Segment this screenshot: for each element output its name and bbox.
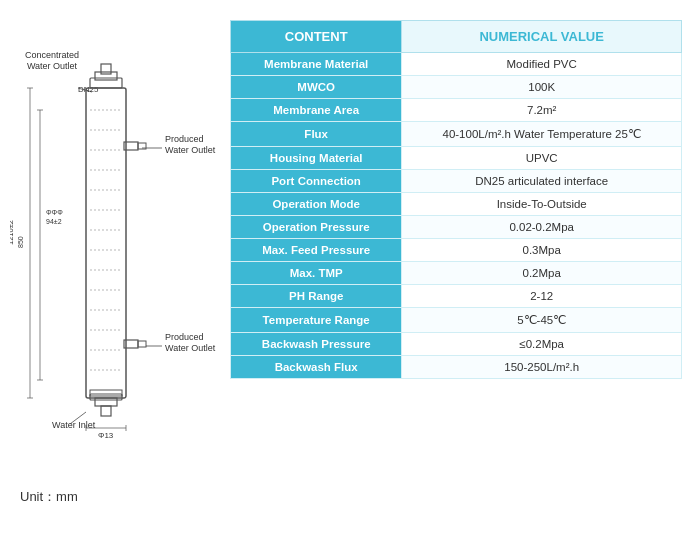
svg-text:ΦΦΦ: ΦΦΦ [46, 209, 63, 216]
table-row: Backwash Flux150-250L/m².h [231, 356, 682, 379]
cell-value: 0.02-0.2Mpa [402, 216, 682, 239]
specs-table: CONTENT NUMERICAL VALUE Membrane Materia… [230, 20, 682, 379]
svg-text:Produced: Produced [165, 134, 204, 144]
table-row: Housing MaterialUPVC [231, 147, 682, 170]
cell-content: Flux [231, 122, 402, 147]
svg-rect-32 [95, 398, 117, 406]
svg-rect-28 [138, 341, 146, 347]
col-header-value: NUMERICAL VALUE [402, 21, 682, 53]
svg-rect-10 [86, 88, 126, 398]
cell-content: Membrane Material [231, 53, 402, 76]
svg-text:DN25: DN25 [78, 85, 99, 94]
cell-value: 5℃-45℃ [402, 308, 682, 333]
cell-value: 2-12 [402, 285, 682, 308]
cell-content: Membrane Area [231, 99, 402, 122]
cell-value: 0.2Mpa [402, 262, 682, 285]
cell-content: MWCO [231, 76, 402, 99]
table-row: Flux40-100L/m².h Water Temperature 25℃ [231, 122, 682, 147]
table-row: Operation ModeInside-To-Outside [231, 193, 682, 216]
cell-value: UPVC [402, 147, 682, 170]
cell-value: 0.3Mpa [402, 239, 682, 262]
table-row: Temperature Range5℃-45℃ [231, 308, 682, 333]
cell-content: Backwash Pressure [231, 333, 402, 356]
cell-content: Operation Pressure [231, 216, 402, 239]
unit-label: Unit：mm [20, 488, 78, 506]
cell-value: DN25 articulated interface [402, 170, 682, 193]
cell-value: Modified PVC [402, 53, 682, 76]
cell-content: Housing Material [231, 147, 402, 170]
table-area: CONTENT NUMERICAL VALUE Membrane Materia… [230, 20, 682, 516]
main-container: Concentrated Water Outlet DN25 Produced … [0, 0, 692, 536]
cell-value: 150-250L/m².h [402, 356, 682, 379]
cell-content: PH Range [231, 285, 402, 308]
svg-rect-35 [101, 406, 111, 416]
diagram-area: Concentrated Water Outlet DN25 Produced … [10, 20, 230, 516]
cell-content: Temperature Range [231, 308, 402, 333]
col-header-content: CONTENT [231, 21, 402, 53]
table-row: PH Range2-12 [231, 285, 682, 308]
svg-text:Φ13: Φ13 [98, 431, 114, 440]
table-row: Max. TMP0.2Mpa [231, 262, 682, 285]
cell-value: 100K [402, 76, 682, 99]
svg-text:Concentrated: Concentrated [25, 50, 79, 60]
table-row: MWCO100K [231, 76, 682, 99]
svg-text:850: 850 [17, 236, 24, 248]
table-row: Port ConnectionDN25 articulated interfac… [231, 170, 682, 193]
svg-rect-8 [95, 72, 117, 80]
svg-text:Water Outlet: Water Outlet [165, 343, 216, 353]
cell-value: 40-100L/m².h Water Temperature 25℃ [402, 122, 682, 147]
cell-content: Operation Mode [231, 193, 402, 216]
cell-value: 7.2m² [402, 99, 682, 122]
table-row: Backwash Pressure≤0.2Mpa [231, 333, 682, 356]
table-row: Operation Pressure0.02-0.2Mpa [231, 216, 682, 239]
table-row: Membrane Area7.2m² [231, 99, 682, 122]
cell-content: Backwash Flux [231, 356, 402, 379]
cell-content: Port Connection [231, 170, 402, 193]
svg-text:Water Outlet: Water Outlet [27, 61, 78, 71]
svg-text:1210±2: 1210±2 [10, 220, 15, 245]
svg-text:Produced: Produced [165, 332, 204, 342]
cell-value: Inside-To-Outside [402, 193, 682, 216]
table-row: Max. Feed Pressure0.3Mpa [231, 239, 682, 262]
table-row: Membrane MaterialModified PVC [231, 53, 682, 76]
diagram-svg: Concentrated Water Outlet DN25 Produced … [10, 20, 220, 480]
svg-rect-34 [90, 390, 122, 396]
svg-text:Water Outlet: Water Outlet [165, 145, 216, 155]
cell-value: ≤0.2Mpa [402, 333, 682, 356]
cell-content: Max. Feed Pressure [231, 239, 402, 262]
cell-content: Max. TMP [231, 262, 402, 285]
svg-text:94±2: 94±2 [46, 218, 62, 225]
